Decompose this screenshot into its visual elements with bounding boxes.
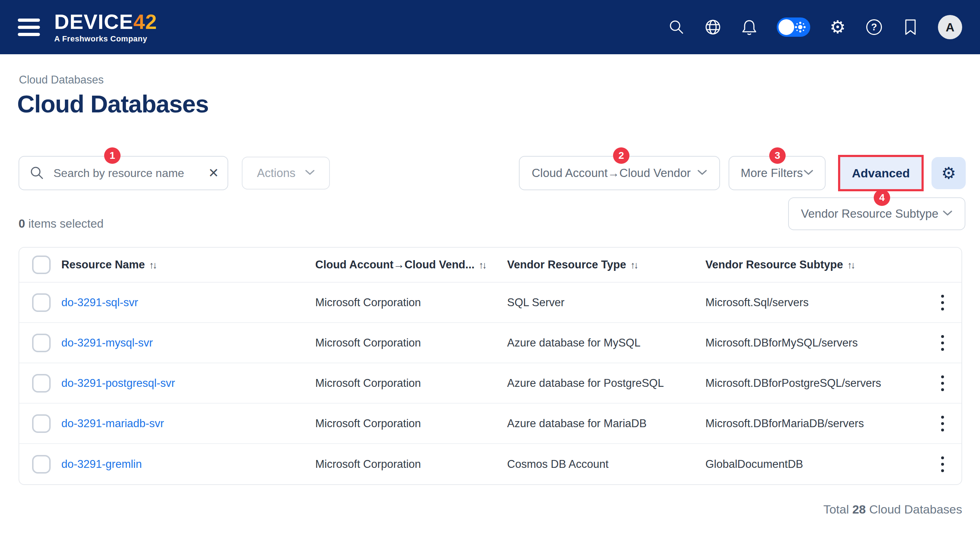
chevron-down-icon bbox=[943, 210, 953, 218]
sort-icon[interactable]: ↑↓ bbox=[630, 260, 637, 270]
more-filters-dropdown[interactable]: More Filters 3 bbox=[729, 156, 826, 190]
annotation-badge-4: 4 bbox=[874, 190, 890, 206]
annotation-badge-2: 2 bbox=[613, 147, 630, 164]
table-row: do-3291-sql-svr Microsoft Corporation SQ… bbox=[19, 282, 961, 323]
globe-icon[interactable] bbox=[704, 18, 722, 36]
hamburger-menu-icon[interactable] bbox=[18, 19, 40, 36]
resource-name-link[interactable]: do-3291-sql-svr bbox=[61, 296, 315, 309]
table-row: do-3291-mariadb-svr Microsoft Corporatio… bbox=[19, 404, 961, 444]
total-suffix: Cloud Databases bbox=[866, 503, 962, 516]
vendor-resource-type-cell: Azure database for MySQL bbox=[507, 337, 705, 349]
brand-accent: 42 bbox=[134, 10, 157, 33]
theme-toggle[interactable] bbox=[777, 18, 810, 37]
total-count: Total 28 Cloud Databases bbox=[823, 503, 962, 516]
cloud-databases-table: Resource Name↑↓ Cloud Account→Cloud Vend… bbox=[19, 247, 962, 485]
actions-label: Actions bbox=[257, 166, 295, 180]
vendor-resource-subtype-dropdown[interactable]: Vendor Resource Subtype 4 bbox=[788, 197, 966, 230]
top-navbar: DEVICE42 A Freshworks Company ⚙ ? A bbox=[0, 0, 980, 54]
navbar-left: DEVICE42 A Freshworks Company bbox=[18, 11, 157, 43]
brand-name: DEVICE42 bbox=[54, 11, 157, 32]
vendor-resource-type-cell: Cosmos DB Account bbox=[507, 458, 705, 471]
more-filters-label: More Filters bbox=[741, 166, 803, 180]
cloud-account-cell: Microsoft Corporation bbox=[315, 417, 507, 430]
table-header-row: Resource Name↑↓ Cloud Account→Cloud Vend… bbox=[19, 248, 961, 282]
selection-count-label: items selected bbox=[25, 217, 103, 230]
row-checkbox[interactable] bbox=[32, 414, 51, 433]
row-checkbox[interactable] bbox=[32, 334, 51, 352]
resource-name-link[interactable]: do-3291-mysql-svr bbox=[61, 337, 315, 349]
search-field-icon bbox=[29, 165, 45, 182]
toggle-knob-icon bbox=[778, 19, 794, 35]
resource-name-link[interactable]: do-3291-mariadb-svr bbox=[61, 417, 315, 430]
table-row: do-3291-gremlin Microsoft Corporation Co… bbox=[19, 444, 961, 484]
table-settings-button[interactable]: ⚙ bbox=[932, 157, 966, 189]
row-actions-kebab-icon[interactable] bbox=[937, 291, 948, 314]
cloud-account-cell: Microsoft Corporation bbox=[315, 377, 507, 390]
settings-gear-icon[interactable]: ⚙ bbox=[829, 18, 846, 36]
column-header-resource-name[interactable]: Resource Name↑↓ bbox=[61, 259, 315, 271]
help-icon[interactable]: ? bbox=[865, 18, 883, 36]
brand-tagline: A Freshworks Company bbox=[54, 35, 157, 43]
row-actions-kebab-icon[interactable] bbox=[937, 372, 948, 395]
vendor-resource-subtype-cell: Microsoft.DBforMySQL/servers bbox=[705, 337, 924, 349]
cloud-account-cell: Microsoft Corporation bbox=[315, 337, 507, 349]
vendor-resource-type-cell: Azure database for MariaDB bbox=[507, 417, 705, 430]
user-avatar[interactable]: A bbox=[938, 15, 962, 39]
selection-count: 0 items selected bbox=[19, 217, 103, 231]
search-input[interactable] bbox=[19, 156, 228, 190]
resource-name-link[interactable]: do-3291-gremlin bbox=[61, 458, 315, 471]
cloud-account-vendor-dropdown[interactable]: Cloud Account→Cloud Vendor 2 bbox=[519, 156, 720, 190]
select-all-checkbox[interactable] bbox=[32, 255, 51, 274]
annotation-badge-3: 3 bbox=[769, 147, 786, 164]
cloud-account-vendor-label: Cloud Account→Cloud Vendor bbox=[532, 166, 691, 180]
notifications-bell-icon[interactable] bbox=[740, 18, 758, 36]
column-header-cloud-account-vendor[interactable]: Cloud Account→Cloud Vend...↑↓ bbox=[315, 259, 507, 271]
table-row: do-3291-postgresql-svr Microsoft Corpora… bbox=[19, 363, 961, 404]
clear-search-icon[interactable]: ✕ bbox=[208, 156, 219, 190]
cloud-account-cell: Microsoft Corporation bbox=[315, 458, 507, 471]
gear-icon: ⚙ bbox=[941, 165, 956, 181]
bookmark-icon[interactable] bbox=[902, 18, 920, 36]
table-body: do-3291-sql-svr Microsoft Corporation SQ… bbox=[19, 282, 961, 484]
row-checkbox[interactable] bbox=[32, 455, 51, 474]
cloud-account-cell: Microsoft Corporation bbox=[315, 296, 507, 309]
column-header-vendor-resource-subtype[interactable]: Vendor Resource Subtype↑↓ bbox=[705, 259, 924, 271]
column-header-vendor-resource-type[interactable]: Vendor Resource Type↑↓ bbox=[507, 259, 705, 271]
row-actions-kebab-icon[interactable] bbox=[937, 412, 948, 435]
row-actions-kebab-icon[interactable] bbox=[937, 453, 948, 476]
chevron-down-icon bbox=[803, 169, 813, 177]
vendor-resource-subtype-cell: Microsoft.DBforPostgreSQL/servers bbox=[705, 377, 924, 390]
sort-icon[interactable]: ↑↓ bbox=[149, 260, 156, 270]
sun-icon bbox=[798, 25, 802, 29]
breadcrumb: Cloud Databases bbox=[19, 73, 104, 86]
resource-name-link[interactable]: do-3291-postgresql-svr bbox=[61, 377, 315, 390]
sort-icon[interactable]: ↑↓ bbox=[479, 260, 486, 270]
row-checkbox[interactable] bbox=[32, 374, 51, 393]
search-icon[interactable] bbox=[668, 18, 686, 36]
table-row: do-3291-mysql-svr Microsoft Corporation … bbox=[19, 323, 961, 363]
search-box: ✕ 1 bbox=[19, 156, 228, 190]
selection-count-number: 0 bbox=[19, 217, 25, 230]
row-checkbox[interactable] bbox=[32, 293, 51, 312]
vendor-resource-type-cell: SQL Server bbox=[507, 296, 705, 309]
total-label: Total bbox=[823, 503, 852, 516]
chevron-down-icon bbox=[305, 169, 315, 177]
page-title: Cloud Databases bbox=[17, 90, 208, 118]
sort-icon[interactable]: ↑↓ bbox=[847, 260, 854, 270]
actions-dropdown[interactable]: Actions bbox=[242, 156, 330, 190]
brand-logo[interactable]: DEVICE42 A Freshworks Company bbox=[54, 11, 157, 43]
total-number: 28 bbox=[852, 503, 866, 516]
vendor-resource-subtype-cell: Microsoft.DBforMariaDB/servers bbox=[705, 417, 924, 430]
annotation-badge-1: 1 bbox=[104, 147, 121, 164]
chevron-down-icon bbox=[697, 169, 707, 177]
vendor-resource-type-cell: Azure database for PostgreSQL bbox=[507, 377, 705, 390]
row-actions-kebab-icon[interactable] bbox=[937, 332, 948, 354]
advanced-button[interactable]: Advanced bbox=[838, 155, 924, 191]
navbar-right: ⚙ ? A bbox=[668, 15, 962, 39]
vendor-resource-subtype-cell: GlobalDocumentDB bbox=[705, 458, 924, 471]
vendor-resource-subtype-label: Vendor Resource Subtype bbox=[801, 207, 938, 220]
vendor-resource-subtype-cell: Microsoft.Sql/servers bbox=[705, 296, 924, 309]
